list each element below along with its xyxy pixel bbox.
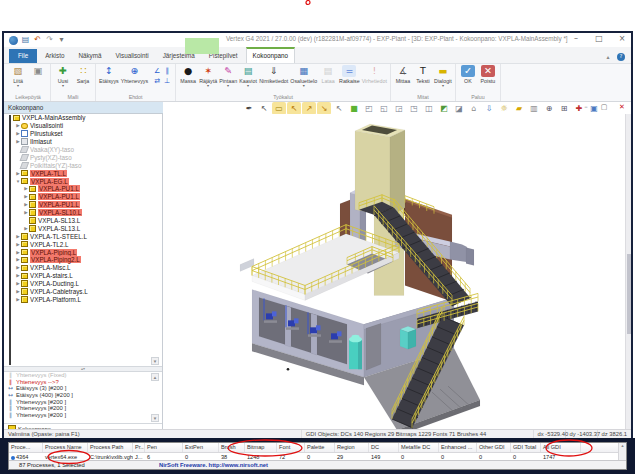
- column-header-bitmap[interactable]: Bitmap: [245, 443, 277, 452]
- column-header-process-path[interactable]: Process Path: [88, 443, 133, 452]
- tab-kokoonpano[interactable]: Kokoonpano: [246, 47, 295, 63]
- tree-item-vxpla-cabletrays-l[interactable]: ▶VXPLA-Cabletrays.L: [4, 288, 162, 296]
- angle-icon[interactable]: ∠: [152, 66, 162, 76]
- constraint-item-et-isyys-3-200[interactable]: ↔Etäisyys (3) [#200 ]: [4, 385, 162, 392]
- cabinet[interactable]: [400, 326, 416, 349]
- column-header-region[interactable]: Region: [335, 443, 369, 452]
- qat-dropdown-icon[interactable]: ▾: [57, 36, 66, 45]
- mdi-minimize-button[interactable]: –: [581, 102, 591, 112]
- copy-icon-button[interactable]: ▣: [29, 65, 47, 78]
- collapse-ribbon-button[interactable]: ▴: [604, 53, 612, 61]
- uusi-button[interactable]: ✚Uusi▾: [54, 65, 72, 88]
- ok-button[interactable]: ✓OK: [459, 65, 477, 84]
- constraint-item-yhtenevyys-200[interactable]: ∥Yhtenevyys [#200 ]: [4, 412, 162, 419]
- undo-icon[interactable]: ↶: [33, 36, 42, 45]
- tree-item-ilmiasut[interactable]: ▶Ilmiasut: [4, 138, 162, 146]
- tree-item-vxpla-sl13-l[interactable]: VXPLA-SL13.L: [4, 217, 162, 225]
- tab-file[interactable]: File: [9, 49, 37, 63]
- poistu-button[interactable]: ✕Poistu: [479, 65, 497, 84]
- mdi-close-button[interactable]: ✕: [617, 102, 627, 112]
- column-header-all-gdi[interactable]: All GDI: [541, 443, 581, 452]
- liit-button[interactable]: ▧Liitä▾: [9, 65, 27, 88]
- constraint-item-yhtenevyys-fixed[interactable]: ∥Yhtenevyys (Fixed): [4, 372, 162, 379]
- redo-icon[interactable]: ↷: [45, 36, 54, 45]
- massa-button[interactable]: ●Massa: [179, 65, 197, 84]
- maximize-button[interactable]: □: [594, 34, 604, 44]
- tree-item-poikittais-yz-taso[interactable]: Poikittais(YZ)-taso: [4, 161, 162, 169]
- tree-item-vxpla-sl13-l[interactable]: ▶VXPLA-SL13.L: [4, 224, 162, 232]
- paste-icon: ▧: [11, 65, 25, 77]
- column-header-brush[interactable]: Brush: [219, 443, 245, 452]
- viewport-scroll-thumb[interactable]: [627, 254, 631, 334]
- help-button[interactable]: ?: [617, 53, 625, 61]
- vertex-logo-icon[interactable]: [9, 36, 18, 45]
- save-icon[interactable]: ▤: [21, 36, 30, 45]
- tree-item-pysty-xz-taso[interactable]: Pysty(XZ)-taso: [4, 153, 162, 161]
- tab-arkisto[interactable]: Arkisto: [39, 49, 70, 63]
- tree-item-piirustukset[interactable]: ▶Piirustukset: [4, 130, 162, 138]
- perpendicular-icon[interactable]: ⊥: [162, 76, 172, 86]
- yhtenevyys-button[interactable]: ⊕Yhtenevyys: [121, 65, 148, 84]
- sarja-button[interactable]: ∷Sarja: [74, 65, 92, 84]
- column-header-dc[interactable]: DC: [369, 443, 399, 452]
- constraint-item-yhtenevyys-200[interactable]: ∥Yhtenevyys [#200 ]: [4, 405, 162, 412]
- osaluettelo-button[interactable]: ▦Osaluettelo▾: [290, 65, 317, 88]
- tree-item-vxpla-tl2-l[interactable]: ▶VXPLA-TL2.L: [4, 240, 162, 248]
- tree-item-vxpla-tl-steel-l[interactable]: ▶VXPLA-TL-STEEL.L: [4, 232, 162, 240]
- tree-item-vxpla-piping-l[interactable]: ▶VXPLA-Piping.L: [4, 248, 162, 256]
- tree-item-vxpla-piping2-l[interactable]: ▶VXPLA-Piping2.L: [4, 256, 162, 264]
- column-header-other-gdi[interactable]: Other GDI: [477, 443, 511, 452]
- tree-item-vxpla-stairs-l[interactable]: ▶VXPLA-stairs.L: [4, 272, 162, 280]
- gdiview-brand-link[interactable]: NirSoft Freeware. http://www.nirsoft.net: [159, 462, 268, 468]
- tab-n-kym[interactable]: Näkymä: [72, 49, 107, 63]
- column-header-gdi-total[interactable]: GDI Total: [511, 443, 541, 452]
- nimiketiedot-button[interactable]: ⇓Nimiketiedot: [259, 65, 288, 84]
- et-isyys-button[interactable]: ↕Etäisyys: [99, 65, 119, 84]
- kaaviot-button[interactable]: ▤Kaaviot▾: [239, 65, 257, 88]
- column-header-metafile-dc[interactable]: Metafile DC: [399, 443, 439, 452]
- column-header-palette[interactable]: Palette: [305, 443, 335, 452]
- tree-item-vaaka-xy-taso[interactable]: Vaaka(XY)-taso: [4, 146, 162, 154]
- column-header-proce[interactable]: Proce...: [9, 443, 43, 452]
- ratkaise-button[interactable]: =Ratkaise: [339, 65, 360, 84]
- tree-item-vxpla-misc-l[interactable]: ▶VXPLA-Misc.L: [4, 264, 162, 272]
- tree-item-vxpla-ducting-l[interactable]: ▶VXPLA-Ducting.L: [4, 280, 162, 288]
- tank[interactable]: [349, 335, 362, 369]
- column-header-pen[interactable]: Pen: [145, 443, 183, 452]
- constraint-label: Yhtenevyys [#200 ]: [16, 405, 66, 411]
- column-header-font[interactable]: Font: [277, 443, 305, 452]
- constraints-scroll-down-button[interactable]: ▼: [151, 414, 159, 422]
- tree-item-vxpla-pu1-l[interactable]: ▶VXPLA-PU1.L: [4, 193, 162, 201]
- tree-item-vxpla-platform-l[interactable]: ▶VXPLA-Platform.L: [4, 295, 162, 303]
- tree-item-vxpla-sl10-l[interactable]: ▶VXPLA-SL10.L: [4, 209, 162, 217]
- constraint-item-yhtenevyys[interactable]: ∥Yhtenevyys -->?: [4, 379, 162, 386]
- tree-scroll-down-button[interactable]: ▼: [151, 357, 159, 365]
- tab-visualisointi[interactable]: Visualisointi: [110, 49, 155, 63]
- tree-item-vxpla-tl-l[interactable]: ▶VXPLA-TL.L: [4, 169, 162, 177]
- viewport-scrollbar[interactable]: [625, 114, 631, 433]
- constraint-item-et-isyys-400-200[interactable]: ↔Etäisyys (400) [#200 ]: [4, 392, 162, 399]
- r-j-yt-button[interactable]: ✶Räjäytä▾: [199, 65, 217, 88]
- mittaa-button[interactable]: ∡Mittaa: [394, 65, 412, 84]
- gdiview-scrollbar[interactable]: ▲: [618, 443, 626, 461]
- column-header-pr[interactable]: Pr...: [133, 443, 145, 452]
- tree-item-vxpla-mainassembly[interactable]: VXPLA-MainAssembly: [4, 114, 162, 122]
- pintaan-button[interactable]: ✎Pintaan▾: [219, 65, 237, 88]
- close-button[interactable]: ×: [617, 34, 627, 44]
- tree-item-vxpla-pu1-l[interactable]: ▶VXPLA-PU1.L: [4, 201, 162, 209]
- constraints-scroll-up-button[interactable]: ▲: [151, 373, 159, 381]
- constraint-item-yhtenevyys-200[interactable]: ∥Yhtenevyys [#200 ]: [4, 398, 162, 405]
- column-header-extpen[interactable]: ExtPen: [183, 443, 219, 452]
- teksti-button[interactable]: TTeksti: [414, 65, 432, 84]
- tree-item-vxpla-eg-l[interactable]: ▼VXPLA-EG.L: [4, 177, 162, 185]
- tree-item-visualisointi[interactable]: ▶Visualisointi: [4, 122, 162, 130]
- minimize-button[interactable]: –: [571, 34, 581, 44]
- parallel-icon[interactable]: ∥: [162, 66, 172, 76]
- 3d-viewport[interactable]: [163, 114, 631, 433]
- mdi-restore-button[interactable]: ▢: [599, 102, 609, 112]
- dialogit-button[interactable]: ▬Dialogit▾: [434, 65, 452, 88]
- tree-item-vxpla-pu1-l[interactable]: ▶VXPLA-PU1.L: [4, 185, 162, 193]
- column-header-enhanced[interactable]: Enhanced ...: [439, 443, 477, 452]
- symmetry-icon[interactable]: ⇄: [152, 76, 162, 86]
- column-header-process-name[interactable]: Process Name: [43, 443, 88, 452]
